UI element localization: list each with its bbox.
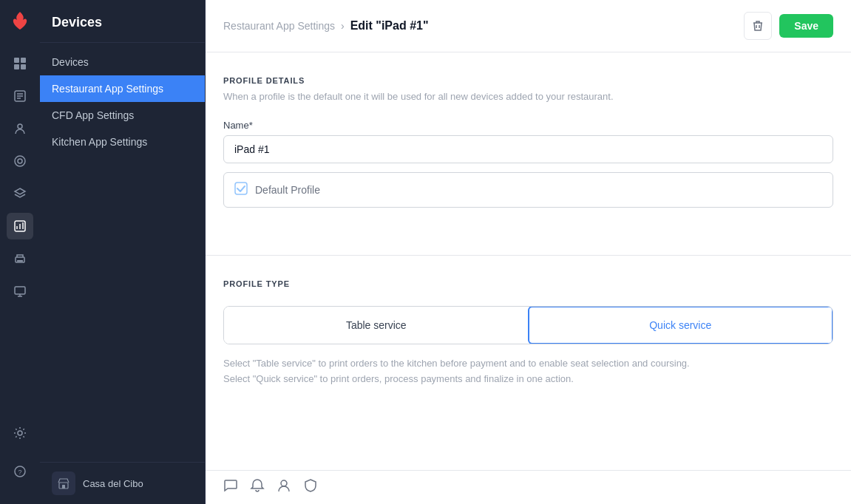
store-building-icon: [52, 471, 75, 495]
profile-type-section: PROFILE TYPE Table service Quick service…: [206, 256, 851, 405]
sidebar-item-devices[interactable]: Devices: [40, 49, 205, 75]
nav-bottom-store[interactable]: Casa del Cibo: [40, 462, 205, 504]
layers-icon[interactable]: [7, 180, 33, 207]
profile-details-title: PROFILE DETAILS: [223, 76, 833, 85]
nav-panel: Devices Devices Restaurant App Settings …: [40, 0, 206, 504]
sidebar-item-restaurant-app-settings[interactable]: Restaurant App Settings: [40, 75, 205, 102]
svg-point-10: [18, 159, 22, 163]
bottom-bar: [206, 470, 851, 504]
svg-rect-1: [21, 58, 26, 63]
checkbox-checked-icon: [234, 182, 248, 198]
orders-icon[interactable]: [7, 83, 33, 109]
reports-icon[interactable]: [7, 213, 33, 239]
header-actions: Save: [744, 12, 833, 40]
svg-point-28: [281, 480, 287, 486]
sidebar-item-cfd-app-settings[interactable]: CFD App Settings: [40, 102, 205, 129]
sidebar-icon-rail: ?: [0, 0, 40, 504]
notification-bell-icon[interactable]: [250, 478, 265, 497]
displays-icon[interactable]: [7, 278, 33, 304]
profile-type-desc-line2: Select "Quick service" to print orders, …: [223, 373, 574, 384]
svg-point-8: [18, 124, 22, 129]
profile-details-desc: When a profile is the default one it wil…: [223, 91, 833, 102]
printers-icon[interactable]: [7, 245, 33, 272]
default-profile-checkbox-row[interactable]: Default Profile: [223, 172, 833, 208]
table-service-button[interactable]: Table service: [224, 307, 529, 344]
main-content: Restaurant App Settings › Edit "iPad #1"…: [206, 0, 851, 504]
profile-type-desc-line1: Select "Table service" to print orders t…: [223, 358, 690, 369]
svg-rect-24: [62, 485, 65, 488]
svg-rect-17: [15, 287, 25, 294]
profile-type-description: Select "Table service" to print orders t…: [223, 356, 833, 387]
store-name: Casa del Cibo: [83, 478, 143, 489]
page-header: Restaurant App Settings › Edit "iPad #1"…: [206, 0, 851, 52]
svg-rect-16: [17, 260, 23, 262]
page-title: Edit "iPad #1": [350, 19, 429, 33]
name-field-label: Name*: [223, 120, 833, 131]
quick-service-button[interactable]: Quick service: [528, 306, 834, 344]
app-logo[interactable]: [8, 9, 32, 33]
chat-bubble-icon[interactable]: [223, 478, 238, 497]
svg-rect-3: [21, 64, 26, 69]
shield-user-icon[interactable]: [303, 478, 318, 497]
settings-gear-icon[interactable]: [7, 420, 33, 446]
svg-rect-2: [14, 64, 19, 69]
profile-details-section: PROFILE DETAILS When a profile is the de…: [206, 52, 851, 255]
svg-point-9: [15, 156, 25, 166]
nav-panel-title: Devices: [40, 0, 205, 43]
profile-details: PROFILE DETAILS When a profile is the de…: [223, 76, 833, 208]
nav-items: Devices Restaurant App Settings CFD App …: [40, 43, 205, 462]
name-input[interactable]: [223, 135, 833, 163]
profile-type-toggle-group: Table service Quick service: [223, 306, 833, 344]
sidebar-item-kitchen-app-settings[interactable]: Kitchen App Settings: [40, 129, 205, 155]
svg-point-20: [18, 431, 22, 435]
help-question-icon[interactable]: ?: [7, 458, 33, 485]
profile-type-title: PROFILE TYPE: [223, 279, 833, 288]
svg-text:?: ?: [18, 469, 22, 476]
breadcrumb-separator: ›: [341, 20, 345, 32]
breadcrumb: Restaurant App Settings › Edit "iPad #1": [223, 19, 429, 33]
dashboard-icon[interactable]: [7, 50, 33, 77]
customers-icon[interactable]: [7, 115, 33, 142]
save-button[interactable]: Save: [779, 14, 833, 38]
breadcrumb-link[interactable]: Restaurant App Settings: [223, 20, 335, 32]
svg-rect-0: [14, 58, 19, 63]
tags-icon[interactable]: [7, 148, 33, 174]
delete-button[interactable]: [744, 12, 772, 40]
user-avatar-icon[interactable]: [277, 478, 291, 497]
default-profile-label: Default Profile: [255, 184, 320, 196]
